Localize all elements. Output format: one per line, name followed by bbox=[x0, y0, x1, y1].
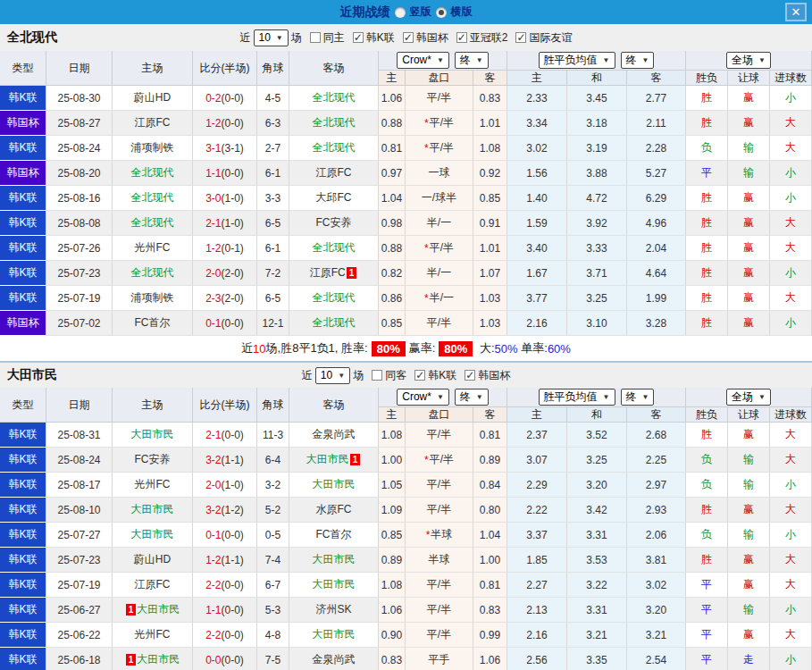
avg-draw-value: 3.71 bbox=[567, 261, 627, 286]
half-time-score: (1-2) bbox=[222, 504, 244, 516]
red-card-badge: 1 bbox=[347, 267, 357, 279]
half-time-score: (0-0) bbox=[222, 654, 244, 666]
goals-result: 小 bbox=[770, 523, 812, 548]
away-team-cell: 金泉尚武 bbox=[289, 648, 379, 670]
league-filter-checkbox[interactable] bbox=[465, 370, 475, 381]
team-name: 大田市民 bbox=[7, 367, 57, 383]
half-time-score: (0-0) bbox=[222, 317, 244, 330]
col-header-corner: 角球 bbox=[257, 51, 289, 85]
home-team-cell: 全北现代 bbox=[113, 211, 193, 236]
match-result: 胜 bbox=[686, 311, 728, 336]
away-team-name: 金泉尚武 bbox=[313, 427, 356, 442]
match-result: 胜 bbox=[686, 548, 728, 573]
league-filter-label: 韩K联 bbox=[428, 368, 456, 383]
handicap-name: 平/半 bbox=[427, 502, 451, 517]
half-time-score: (0-0) bbox=[222, 604, 244, 616]
corner-count: 3-2 bbox=[257, 473, 289, 498]
chevron-down-icon: ▼ bbox=[758, 390, 766, 404]
match-row: 韩国杯25-08-20全北现代1-1(0-0)6-1江原FC0.97一球0.92… bbox=[0, 161, 812, 186]
match-date: 25-07-23 bbox=[46, 261, 113, 286]
half-time-score: (0-0) bbox=[222, 167, 244, 180]
goals-result: 大 bbox=[770, 448, 812, 473]
league-filter-checkbox[interactable] bbox=[515, 32, 526, 43]
full-time-score: 2-2 bbox=[205, 629, 221, 641]
goals-result: 大 bbox=[770, 498, 812, 523]
full-time-score: 1-2 bbox=[205, 554, 221, 566]
odds-company-select[interactable]: Crow*▼ bbox=[397, 52, 449, 69]
league-badge: 韩K联 bbox=[0, 136, 46, 161]
avg-home-value: 3.34 bbox=[507, 111, 567, 136]
match-result: 胜 bbox=[686, 423, 728, 448]
odds-home-value: 0.85 bbox=[379, 311, 406, 336]
avg-final-select[interactable]: 终▼ bbox=[621, 389, 655, 406]
corner-count: 2-7 bbox=[257, 136, 289, 161]
league-filter-checkbox[interactable] bbox=[456, 32, 467, 43]
odds-home-value: 0.98 bbox=[379, 211, 406, 236]
odds-away-value: 1.03 bbox=[473, 311, 507, 336]
odds-away-value: 0.81 bbox=[473, 423, 507, 448]
filter-bar: 近10▼场同客韩K联韩国杯 bbox=[302, 367, 510, 384]
away-team-name: 全北现代 bbox=[313, 140, 356, 155]
vertical-layout-label[interactable]: 竖版 bbox=[410, 4, 431, 20]
avg-away-value: 2.06 bbox=[627, 523, 686, 548]
horizontal-layout-radio[interactable] bbox=[436, 7, 447, 18]
same-venue-checkbox[interactable] bbox=[372, 370, 382, 381]
odds-company-select[interactable]: Crow*▼ bbox=[397, 389, 449, 406]
match-row: 韩K联25-08-24FC安养3-2(1-1)6-4大田市民11.00*平/半0… bbox=[0, 448, 812, 473]
avg-away-value: 5.27 bbox=[627, 161, 686, 186]
goals-result: 大 bbox=[770, 548, 812, 573]
recent-results-window: 近期战绩 竖版 横版 ✕ 全北现代近10▼场同主韩K联韩国杯亚冠联2国际友谊类型… bbox=[0, 0, 812, 670]
close-button[interactable]: ✕ bbox=[785, 3, 807, 21]
handicap-name: 平/半 bbox=[430, 115, 454, 130]
home-team-cell: 浦项制铁 bbox=[113, 286, 193, 311]
odds-home-value: 0.88 bbox=[379, 236, 406, 261]
league-badge: 韩K联 bbox=[0, 423, 46, 448]
odds-final-select[interactable]: 终▼ bbox=[455, 389, 489, 406]
col-header-home: 主场 bbox=[113, 51, 193, 85]
odds-final-select[interactable]: 终▼ bbox=[455, 52, 489, 69]
avg-home-value: 1.59 bbox=[507, 211, 567, 236]
odds-home-value: 0.85 bbox=[379, 523, 406, 548]
league-filter-checkbox[interactable] bbox=[403, 32, 414, 43]
match-count-select[interactable]: 10▼ bbox=[315, 367, 350, 384]
avg-type-select[interactable]: 胜平负均值▼ bbox=[539, 52, 615, 69]
match-date: 25-08-16 bbox=[46, 186, 113, 211]
full-time-score: 1-1 bbox=[205, 167, 221, 180]
same-venue-checkbox[interactable] bbox=[310, 32, 321, 43]
odds-away-value: 0.85 bbox=[473, 186, 507, 211]
handicap-result: 输 bbox=[728, 448, 770, 473]
avg-final-select[interactable]: 终▼ bbox=[621, 52, 655, 69]
full-time-score: 3-2 bbox=[205, 454, 221, 466]
table-header: 类型日期主场比分(半场)角球客场Crow*▼终▼胜平负均值▼终▼全场▼主盘口客主… bbox=[0, 51, 812, 86]
match-date: 25-07-19 bbox=[46, 573, 113, 598]
league-filter-checkbox[interactable] bbox=[353, 32, 364, 43]
section-header-bar: 大田市民近10▼场同客韩K联韩国杯 bbox=[0, 361, 812, 388]
horizontal-layout-label[interactable]: 横版 bbox=[451, 4, 473, 20]
filter-bar: 近10▼场同主韩K联韩国杯亚冠联2国际友谊 bbox=[240, 29, 573, 46]
league-filter-checkbox[interactable] bbox=[414, 370, 425, 381]
handicap-result: 输 bbox=[728, 161, 770, 186]
near-label: 近 bbox=[240, 30, 251, 46]
match-count-select[interactable]: 10▼ bbox=[254, 29, 289, 46]
league-badge: 韩K联 bbox=[0, 186, 46, 211]
sub-column-header: 主 bbox=[507, 406, 567, 422]
handicap-cell: 平/半 bbox=[406, 623, 473, 648]
league-badge: 韩K联 bbox=[0, 623, 46, 648]
avg-type-select[interactable]: 胜平负均值▼ bbox=[539, 389, 615, 406]
match-row: 韩K联25-08-31大田市民2-1(0-0)11-3金泉尚武1.08平/半0.… bbox=[0, 423, 812, 448]
avg-draw-value: 3.20 bbox=[567, 473, 627, 498]
corner-count: 6-4 bbox=[257, 448, 289, 473]
chevron-down-icon: ▼ bbox=[476, 390, 483, 404]
away-team-cell: 全北现代 bbox=[289, 286, 379, 311]
avg-away-value: 4.96 bbox=[627, 211, 686, 236]
avg-away-value: 3.21 bbox=[627, 623, 686, 648]
col-header-date: 日期 bbox=[46, 51, 113, 85]
home-team-name: 江原FC bbox=[135, 115, 171, 130]
avg-home-value: 2.29 bbox=[507, 473, 567, 498]
vertical-layout-radio[interactable] bbox=[395, 7, 406, 18]
full-match-select[interactable]: 全场▼ bbox=[726, 52, 771, 69]
full-match-select[interactable]: 全场▼ bbox=[726, 389, 771, 406]
team-section: 全北现代近10▼场同主韩K联韩国杯亚冠联2国际友谊类型日期主场比分(半场)角球客… bbox=[0, 24, 812, 361]
match-date: 25-06-22 bbox=[46, 623, 113, 648]
sub-column-header: 客 bbox=[473, 70, 507, 85]
